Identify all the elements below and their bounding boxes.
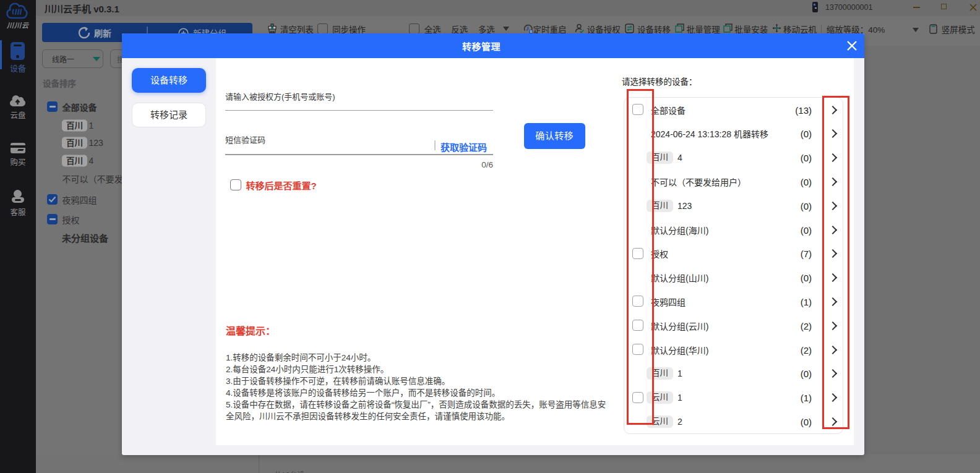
svg-text:B: B <box>530 30 532 33</box>
